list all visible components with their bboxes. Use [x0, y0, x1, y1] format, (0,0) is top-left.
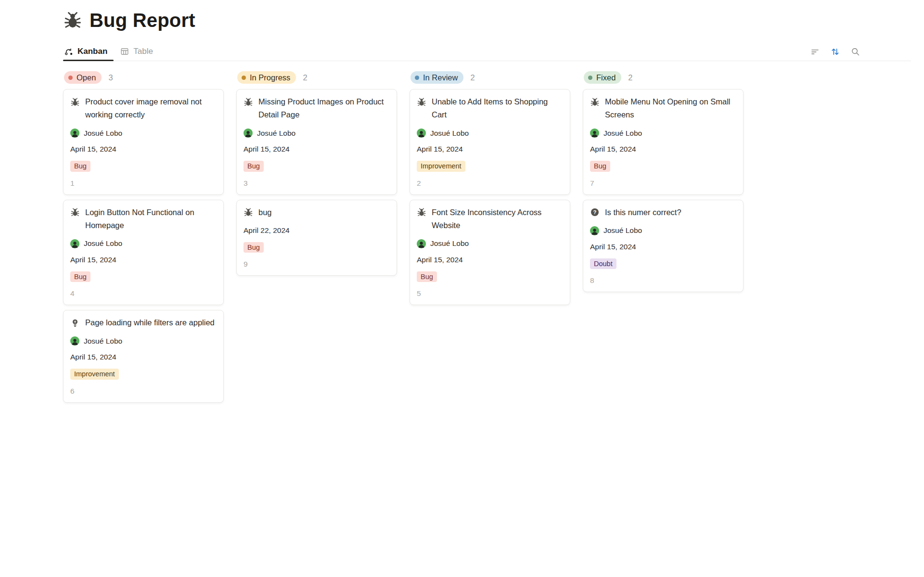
card-title: Is this numer correct?: [605, 206, 681, 219]
card-tag-row: Bug: [70, 161, 217, 172]
bug-report-page: Bug Report Kanban Table: [0, 0, 924, 577]
status-label: Fixed: [596, 73, 616, 82]
status-dot: [242, 76, 246, 80]
sort-button[interactable]: [829, 46, 841, 58]
kanban-icon: [64, 47, 74, 56]
kanban-card[interactable]: Is this numer correct? Josué Lobo April …: [583, 200, 744, 293]
bug-icon: [590, 97, 600, 107]
kanban-card[interactable]: Page loading while filters are applied J…: [63, 310, 224, 403]
person-icon: [244, 129, 252, 138]
search-icon: [850, 47, 860, 57]
card-tag-row: Bug: [417, 271, 563, 282]
card-title-row: Login Button Not Functional on Homepage: [70, 206, 217, 232]
card-date: April 15, 2024: [70, 353, 217, 361]
status-pill-fixed[interactable]: Fixed: [584, 71, 621, 84]
card-title-row: Missing Product Images on Product Detail…: [244, 95, 390, 121]
status-dot: [588, 76, 592, 80]
card-assignee-row: Josué Lobo: [70, 128, 217, 138]
tab-kanban-label: Kanban: [77, 47, 107, 56]
card-date: April 15, 2024: [244, 145, 390, 154]
card-date: April 22, 2024: [244, 226, 390, 235]
status-pill-in-review[interactable]: In Review: [411, 71, 463, 84]
kanban-card[interactable]: Font Size Inconsistency Across Website J…: [410, 200, 570, 306]
assignee-name: Josué Lobo: [84, 337, 122, 346]
filter-button[interactable]: [809, 46, 821, 58]
table-icon: [120, 47, 129, 56]
card-title: Mobile Menu Not Opening on Small Screens: [605, 95, 736, 121]
card-title-row: bug: [244, 206, 390, 219]
view-toolbar: Kanban Table: [63, 42, 911, 61]
card-date: April 15, 2024: [417, 145, 563, 154]
card-title: Missing Product Images on Product Detail…: [258, 95, 390, 121]
person-icon: [71, 337, 79, 346]
card-title-row: Unable to Add Items to Shopping Cart: [417, 95, 563, 121]
kanban-card[interactable]: Login Button Not Functional on Homepage …: [63, 200, 224, 306]
tag-bug: Bug: [590, 161, 610, 172]
kanban-card[interactable]: bug April 22, 2024 Bug 9: [236, 200, 397, 276]
kanban-card[interactable]: Missing Product Images on Product Detail…: [236, 89, 397, 195]
bug-icon: [244, 207, 253, 217]
person-icon: [417, 129, 425, 138]
bug-icon: [244, 97, 253, 107]
tag-bug: Bug: [70, 161, 90, 172]
card-title: Unable to Add Items to Shopping Cart: [432, 95, 563, 121]
card-assignee-row: Josué Lobo: [70, 336, 217, 346]
assignee-name: Josué Lobo: [257, 129, 295, 138]
assignee-name: Josué Lobo: [603, 226, 642, 235]
kanban-card[interactable]: Mobile Menu Not Opening on Small Screens…: [583, 89, 744, 195]
kanban-card[interactable]: Unable to Add Items to Shopping Cart Jos…: [410, 89, 570, 195]
question-icon: [590, 207, 600, 217]
card-assignee-row: Josué Lobo: [244, 128, 390, 138]
card-id: 7: [590, 179, 736, 188]
column-count: 3: [108, 73, 113, 82]
board-column-fixed: Fixed 2 Mobile Menu Not Opening on Small…: [583, 71, 744, 297]
page-title[interactable]: Bug Report: [90, 10, 195, 31]
card-assignee-row: Josué Lobo: [590, 226, 736, 235]
avatar: [70, 336, 79, 346]
card-id: 1: [70, 179, 217, 188]
card-date: April 15, 2024: [590, 243, 736, 251]
board-column-in-progress: In Progress 2 Missing Product Images on …: [236, 71, 397, 281]
lightbulb-icon: [70, 318, 80, 328]
status-pill-in-progress[interactable]: In Progress: [237, 71, 296, 84]
card-tag-row: Doubt: [590, 258, 736, 269]
card-tag-row: Bug: [244, 242, 390, 253]
person-icon: [71, 240, 79, 248]
assignee-name: Josué Lobo: [603, 129, 642, 138]
tab-kanban[interactable]: Kanban: [63, 42, 114, 61]
person-icon: [590, 227, 599, 235]
tag-bug: Bug: [70, 271, 90, 282]
card-id: 6: [70, 387, 217, 396]
card-title-row: Mobile Menu Not Opening on Small Screens: [590, 95, 736, 121]
avatar: [244, 128, 253, 138]
avatar: [590, 128, 599, 138]
toolbar-actions: [809, 46, 911, 58]
card-id: 8: [590, 276, 736, 285]
status-label: Open: [77, 73, 96, 82]
column-count: 2: [470, 73, 475, 82]
card-tag-row: Improvement: [417, 161, 563, 172]
card-title-row: Page loading while filters are applied: [70, 316, 217, 329]
status-dot: [415, 76, 419, 80]
card-date: April 15, 2024: [70, 145, 217, 154]
column-header: Fixed 2: [583, 71, 744, 84]
kanban-card[interactable]: Product cover image removal not working …: [63, 89, 224, 195]
avatar: [70, 239, 79, 248]
tab-table-label: Table: [133, 47, 153, 56]
assignee-name: Josué Lobo: [430, 239, 469, 248]
page-header: Bug Report: [63, 8, 924, 33]
sort-arrows-icon: [830, 47, 840, 57]
card-title: Product cover image removal not working …: [85, 95, 217, 121]
status-pill-open[interactable]: Open: [64, 71, 102, 84]
card-id: 9: [244, 260, 390, 269]
person-icon: [71, 129, 79, 138]
avatar: [417, 128, 426, 138]
tab-table[interactable]: Table: [119, 42, 159, 61]
bug-icon: [70, 97, 80, 107]
search-button[interactable]: [849, 46, 861, 58]
avatar: [417, 239, 426, 248]
column-count: 2: [303, 73, 307, 82]
card-assignee-row: Josué Lobo: [417, 128, 563, 138]
bug-icon: [417, 207, 426, 217]
column-header: In Review 2: [410, 71, 570, 84]
